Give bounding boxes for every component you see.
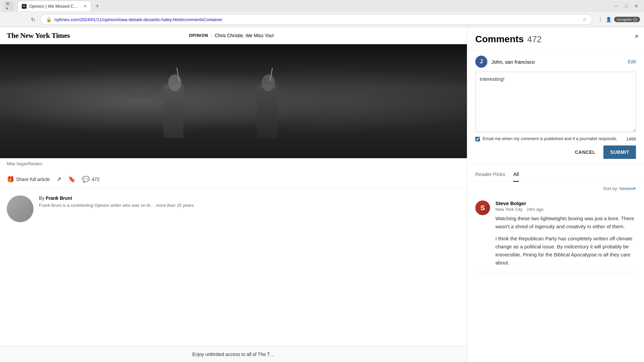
window-controls: ─ □ ✕	[612, 2, 640, 10]
comment-count: 472	[92, 177, 99, 182]
commenter-meta: New York City 24m ago	[495, 207, 636, 212]
commenter-avatar: S	[475, 200, 490, 215]
share-social-btn[interactable]: ↗	[56, 176, 61, 183]
author-avatar	[7, 195, 34, 222]
table-row: S Steve Bolger New York City 24m ago Wat…	[475, 195, 636, 273]
commenter-location: New York City	[495, 207, 523, 212]
share-icon: 🎁	[7, 176, 14, 183]
forward-btn[interactable]: →	[16, 15, 25, 24]
address-bar[interactable]: 🔒 nytimes.com/2024/01/11/opinion/iowa-de…	[40, 14, 592, 25]
user-name: John, san francisco	[491, 59, 535, 65]
new-tab-btn[interactable]: +	[93, 1, 102, 11]
author-name[interactable]: Frank Bruni	[46, 195, 72, 201]
commenter-name: Steve Bolger	[495, 200, 636, 206]
refresh-btn[interactable]: ↻	[28, 15, 38, 24]
minimize-btn[interactable]: ─	[612, 2, 620, 10]
share-arrow-icon: ↗	[56, 176, 61, 183]
comment-icon: 💬	[82, 176, 90, 183]
share-label: Share full article	[16, 177, 50, 182]
image-caption-area: Mike Segar/Reuters	[0, 158, 467, 168]
article-title-nav: Chris Christie, We Miss You!	[215, 33, 274, 38]
subscribe-banner[interactable]: Enjoy unlimited access to all of The T…	[0, 346, 467, 362]
browser-titlebar: ⊞ ▾ N Opinion | We Missed Chris Chr… ✕ +…	[0, 0, 644, 12]
comment-btn[interactable]: 💬 472	[82, 176, 99, 183]
cancel-button[interactable]: CANCEL	[571, 147, 599, 158]
opinion-label: OPINION	[189, 33, 208, 38]
submit-button[interactable]: SUBMIT	[603, 145, 636, 159]
user-avatar: J	[475, 56, 487, 68]
comment-text-2: I think the Republican Party has complet…	[495, 235, 636, 267]
author-info: By Frank Bruni Frank Bruni is a contribu…	[39, 195, 460, 209]
author-avatar-img	[7, 195, 34, 222]
bookmark-btn[interactable]: 🔖	[68, 176, 75, 183]
tab-close-btn[interactable]: ✕	[84, 4, 87, 9]
comment-textarea[interactable]: Interesting!	[475, 72, 636, 132]
commenter-avatar-img: S	[475, 200, 490, 215]
comments-count: 472	[527, 34, 542, 45]
tab-all[interactable]: All	[513, 167, 519, 182]
comment-form: J John, san francisco Edit Interesting! …	[467, 50, 644, 165]
edit-link[interactable]: Edit	[628, 59, 636, 64]
extension-icon[interactable]: ⋮	[598, 16, 603, 23]
bookmark-action-icon: 🔖	[68, 176, 75, 183]
active-tab[interactable]: N Opinion | We Missed Chris Chr… ✕	[17, 1, 91, 11]
browser-tabs: ⊞ ▾ N Opinion | We Missed Chris Chr… ✕ +	[4, 1, 102, 11]
address-icons: ☆	[582, 17, 587, 22]
incognito-badge: Incognito (2)	[614, 17, 640, 22]
comment-footer: Email me when my comment is published an…	[475, 136, 636, 141]
profile-icon[interactable]: 👤	[606, 17, 611, 22]
comment-time: 24m ago	[527, 207, 544, 212]
email-checkbox[interactable]: Email me when my comment is published an…	[475, 136, 621, 141]
article-image	[0, 44, 467, 158]
by-text: By	[39, 195, 44, 201]
author-byline: By Frank Bruni	[39, 195, 460, 201]
tab-reader-picks[interactable]: Reader Picks	[475, 167, 505, 182]
browser-right-icons: ⋮ 👤 Incognito (2)	[598, 16, 640, 23]
url-text: nytimes.com/2024/01/11/opinion/iowa-deba…	[54, 17, 582, 22]
browser-controls: ← → ↻ 🔒 nytimes.com/2024/01/11/opinion/i…	[0, 12, 644, 27]
panel-close-btn[interactable]: ×	[635, 33, 639, 40]
char-count: 1488	[626, 136, 636, 141]
image-caption: Mike Segar/Reuters	[7, 160, 460, 168]
comments-tabs: Reader Picks All	[467, 167, 644, 182]
comment-text-1: Watching these two lightweights boxing w…	[495, 215, 636, 231]
article-image-placeholder	[0, 44, 467, 158]
chevron-down-icon: ▾	[634, 186, 636, 191]
email-checkbox-input[interactable]	[475, 137, 480, 141]
user-info: J John, san francisco	[475, 56, 535, 68]
browser-chrome: ⊞ ▾ N Opinion | We Missed Chris Chr… ✕ +…	[0, 0, 644, 27]
email-checkbox-label: Email me when my comment is published an…	[483, 136, 618, 141]
article-area: The New York Times OPINION | Chris Chris…	[0, 27, 467, 362]
comment-body: Steve Bolger New York City 24m ago Watch…	[495, 200, 636, 267]
sort-value[interactable]: Newest	[620, 186, 634, 191]
article-actions: 🎁 Share full article ↗ 🔖 💬 472	[0, 170, 467, 189]
form-actions: CANCEL SUBMIT	[475, 145, 636, 159]
author-section: By Frank Bruni Frank Bruni is a contribu…	[0, 189, 467, 229]
tab-title: Opinion | We Missed Chris Chr…	[29, 4, 79, 9]
subscribe-text: Enjoy unlimited access to all of The T…	[192, 352, 274, 357]
nyt-header: The New York Times OPINION | Chris Chris…	[0, 27, 467, 44]
debate-scene-bg	[0, 44, 467, 158]
comments-list: S Steve Bolger New York City 24m ago Wat…	[467, 195, 644, 273]
author-desc: Frank Bruni is a contributing Opinion wr…	[39, 202, 460, 209]
maximize-btn[interactable]: □	[623, 2, 630, 10]
comments-panel: × Comments 472 J John, san francisco Edi…	[467, 27, 644, 362]
share-btn[interactable]: 🎁 Share full article	[7, 176, 50, 183]
comments-header: Comments 472	[467, 27, 644, 50]
nav-divider: |	[211, 33, 212, 38]
user-row: J John, san francisco Edit	[475, 56, 636, 68]
nyt-logo: The New York Times	[7, 31, 70, 40]
nyt-nav: OPINION | Chris Christie, We Miss You!	[189, 33, 274, 38]
close-btn[interactable]: ✕	[633, 2, 640, 10]
tab-favicon: N	[22, 4, 26, 9]
back-btn[interactable]: ←	[4, 15, 13, 24]
comments-label: Comments	[475, 34, 524, 45]
page-container: The New York Times OPINION | Chris Chris…	[0, 27, 644, 362]
tab-group-btn[interactable]: ⊞ ▾	[4, 1, 13, 11]
sort-label: Sort by:	[603, 186, 618, 191]
sort-row: Sort by: Newest ▾	[467, 182, 644, 195]
user-initial: J	[480, 59, 483, 65]
comments-title: Comments 472	[475, 34, 636, 45]
bookmark-icon[interactable]: ☆	[582, 17, 587, 22]
